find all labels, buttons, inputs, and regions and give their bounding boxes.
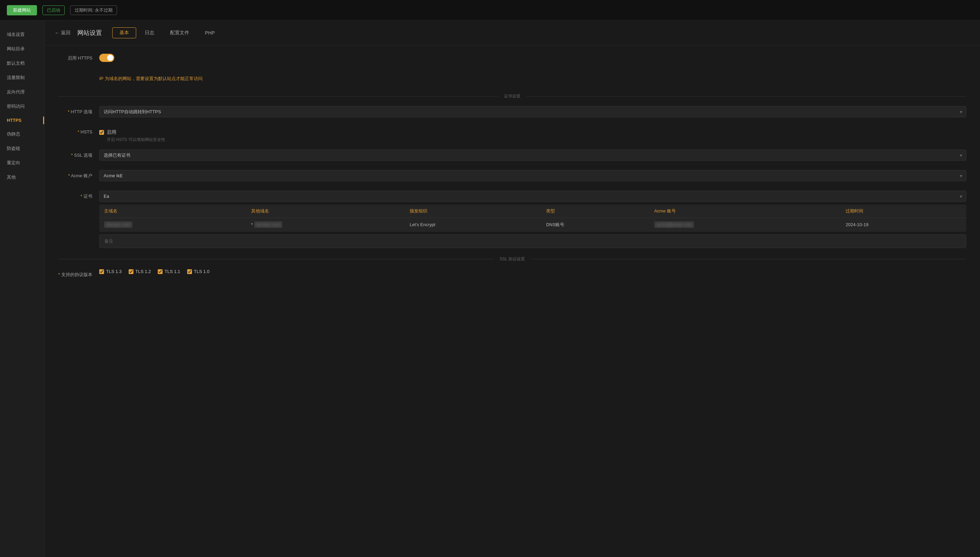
cert-control: Ea ▾ 主域名 其他域名 颁发组织 类型 Acme 账号 <box>99 191 966 248</box>
sidebar: 域名设置网站目录默认文档流量限制反向代理密码访问HTTPS伪静态防盗链重定向其他 <box>0 21 44 557</box>
divider-line-right <box>527 96 966 96</box>
tls-11-label: TLS 1.1 <box>164 269 180 274</box>
hsts-hint: 开启 HSTS 可以增加网站安全性 <box>107 137 966 143</box>
col-type: 类型 <box>541 205 650 218</box>
status-badge: 已启动 <box>42 5 65 15</box>
ssl-option-select-wrapper: 选择已有证书申请新证书自定义证书 ▾ <box>99 150 966 161</box>
cert-row: 证书 Ea ▾ 主域名 其他域名 颁 <box>58 191 966 248</box>
cell-acme-account: acme@email.com <box>650 218 841 231</box>
cert-table: 主域名 其他域名 颁发组织 类型 Acme 账号 过期时间 domain.com <box>99 205 966 231</box>
sidebar-item-hotlink[interactable]: 防盗链 <box>0 141 44 156</box>
hsts-label: HSTS <box>58 127 99 134</box>
sidebar-item-webdir[interactable]: 网站目录 <box>0 42 44 56</box>
note-box: 备注 <box>99 235 966 248</box>
new-site-button[interactable]: 新建网站 <box>7 5 37 15</box>
cert-select[interactable]: Ea <box>99 191 966 202</box>
acme-account-label: Acme 账户 <box>58 170 99 179</box>
main-layout: 域名设置网站目录默认文档流量限制反向代理密码访问HTTPS伪静态防盗链重定向其他… <box>0 21 980 557</box>
hsts-checkbox-label: 启用 <box>107 129 116 135</box>
sidebar-item-reverse-proxy[interactable]: 反向代理 <box>0 85 44 99</box>
tls-checkboxes: TLS 1.3 TLS 1.2 TLS 1.1 TLS 1.0 <box>99 269 966 274</box>
col-expire: 过期时间 <box>841 205 966 218</box>
tabs: 基本 日志 配置文件 PHP <box>112 28 222 38</box>
sidebar-item-password-access[interactable]: 密码访问 <box>0 99 44 114</box>
https-label: 启用 HTTPS <box>58 52 99 61</box>
tls-row: 支持的协议版本 TLS 1.3 TLS 1.2 TLS <box>58 269 966 283</box>
cert-select-wrapper: Ea ▾ <box>99 191 966 202</box>
acme-account-select[interactable]: Acme IkE <box>99 170 966 181</box>
hsts-control: 启用 开启 HSTS 可以增加网站安全性 <box>99 127 966 143</box>
cert-label: 证书 <box>58 191 99 199</box>
acme-account-control: Acme IkE ▾ <box>99 170 966 181</box>
col-issuer: 颁发组织 <box>405 205 541 218</box>
sidebar-item-domain[interactable]: 域名设置 <box>0 28 44 42</box>
tls-12-label: TLS 1.2 <box>135 269 151 274</box>
tab-logs[interactable]: 日志 <box>138 28 161 38</box>
sidebar-item-redirect[interactable]: 重定向 <box>0 156 44 170</box>
tab-php[interactable]: PHP <box>198 28 222 38</box>
sidebar-item-other[interactable]: 其他 <box>0 170 44 184</box>
cert-section-divider: 证书设置 <box>58 93 966 99</box>
warning-control: IP 为域名的网站，需要设置为默认站点才能正常访问 <box>99 73 966 82</box>
acme-account-row: Acme 账户 Acme IkE ▾ <box>58 170 966 184</box>
warning-text: IP 为域名的网站，需要设置为默认站点才能正常访问 <box>99 73 966 82</box>
protocol-label: 支持的协议版本 <box>58 269 99 278</box>
toggle-knob <box>107 55 113 61</box>
tls-11-item: TLS 1.1 <box>158 269 180 274</box>
content-area: ← 返回 网站设置 基本 日志 配置文件 PHP 启用 HTTPS <box>44 21 980 557</box>
http-option-row: HTTP 选项 访问HTTP自动跳转到HTTPS同时支持HTTP和HTTPS仅支… <box>58 106 966 120</box>
tls-10-label: TLS 1.0 <box>194 269 210 274</box>
http-option-select-wrapper: 访问HTTP自动跳转到HTTPS同时支持HTTP和HTTPS仅支持HTTPS ▾ <box>99 106 966 117</box>
https-toggle[interactable] <box>99 54 114 62</box>
cell-issuer: Let's Encrypt <box>405 218 541 231</box>
ssl-option-row: SSL 选项 选择已有证书申请新证书自定义证书 ▾ <box>58 150 966 163</box>
col-acme-account: Acme 账号 <box>650 205 841 218</box>
tls-control: TLS 1.3 TLS 1.2 TLS 1.1 TLS 1.0 <box>99 269 966 274</box>
page-title: 网站设置 <box>77 29 102 37</box>
cell-domain: domain.com <box>99 218 246 231</box>
cell-expire: 2024-10-19 <box>841 218 966 231</box>
tls-13-label: TLS 1.3 <box>106 269 122 274</box>
acme-account-select-wrapper: Acme IkE ▾ <box>99 170 966 181</box>
cell-type: DNS账号 <box>541 218 650 231</box>
expire-badge: 过期时间: 永不过期 <box>70 5 117 15</box>
hsts-checkbox-row: 启用 <box>99 127 966 135</box>
sidebar-item-https[interactable]: HTTPS <box>0 114 44 127</box>
divider-line-left <box>58 96 498 96</box>
ssl-protocol-divider: SSL 协议设置 <box>58 256 966 262</box>
ssl-option-control: 选择已有证书申请新证书自定义证书 ▾ <box>99 150 966 161</box>
ssl-option-select[interactable]: 选择已有证书申请新证书自定义证书 <box>99 150 966 161</box>
warning-row: IP 为域名的网站，需要设置为默认站点才能正常访问 <box>58 73 966 86</box>
webdir-label <box>58 73 99 76</box>
back-arrow-icon: ← <box>55 30 60 36</box>
table-row: domain.com * domain.com Let's Encrypt DN… <box>99 218 966 231</box>
tls-10-item: TLS 1.0 <box>187 269 210 274</box>
back-label: 返回 <box>61 30 70 36</box>
sidebar-item-static[interactable]: 伪静态 <box>0 127 44 141</box>
ssl-option-label: SSL 选项 <box>58 150 99 158</box>
hsts-row: HSTS 启用 开启 HSTS 可以增加网站安全性 <box>58 127 966 143</box>
http-option-select[interactable]: 访问HTTP自动跳转到HTTPS同时支持HTTP和HTTPS仅支持HTTPS <box>99 106 966 117</box>
ssl-protocol-label: SSL 协议设置 <box>497 256 527 262</box>
page-header: ← 返回 网站设置 基本 日志 配置文件 PHP <box>44 21 980 46</box>
tls-12-item: TLS 1.2 <box>129 269 151 274</box>
hsts-checkbox[interactable] <box>99 130 104 135</box>
sidebar-item-default-doc[interactable]: 默认文档 <box>0 56 44 70</box>
top-bar: 新建网站 已启动 过期时间: 永不过期 <box>0 0 980 21</box>
http-option-control: 访问HTTP自动跳转到HTTPS同时支持HTTP和HTTPS仅支持HTTPS ▾ <box>99 106 966 117</box>
ssl-divider-left <box>58 259 493 259</box>
https-toggle-control <box>99 52 966 62</box>
cert-section-label: 证书设置 <box>501 93 523 99</box>
tab-basic[interactable]: 基本 <box>112 28 136 38</box>
tls-11-checkbox[interactable] <box>158 269 163 274</box>
tls-10-checkbox[interactable] <box>187 269 192 274</box>
ssl-divider-right <box>531 259 966 259</box>
tls-13-checkbox[interactable] <box>99 269 104 274</box>
sidebar-item-rate-limit[interactable]: 流量限制 <box>0 70 44 85</box>
back-button[interactable]: ← 返回 <box>55 30 70 36</box>
tab-config[interactable]: 配置文件 <box>163 28 196 38</box>
col-domain: 主域名 <box>99 205 246 218</box>
tls-12-checkbox[interactable] <box>129 269 133 274</box>
cell-other-domain: * domain.com <box>246 218 405 231</box>
http-option-label: HTTP 选项 <box>58 106 99 115</box>
